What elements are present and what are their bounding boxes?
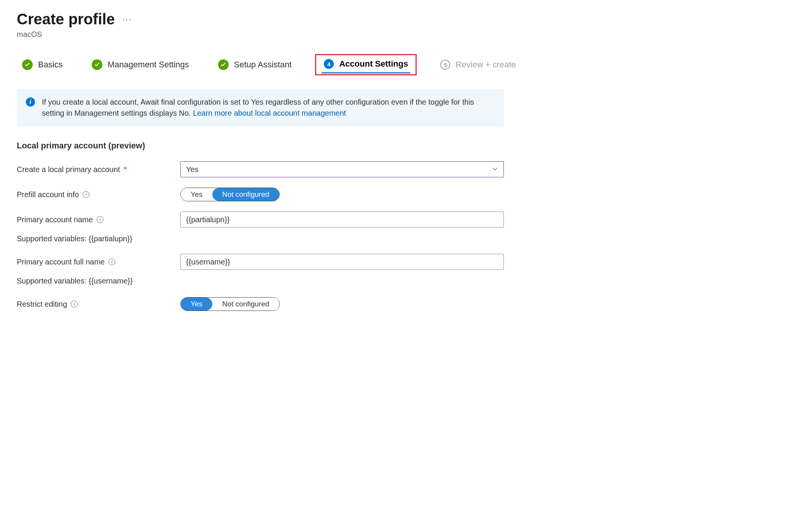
step-label: Review + create bbox=[455, 60, 516, 70]
row-prefill: Prefill account info i Yes Not configure… bbox=[17, 186, 504, 202]
more-actions[interactable]: ··· bbox=[123, 14, 132, 24]
step-label: Basics bbox=[38, 60, 63, 70]
row-account-name: Primary account name i bbox=[17, 212, 504, 228]
step-review-create[interactable]: 5 Review + create bbox=[435, 56, 521, 73]
step-label: Setup Assistant bbox=[234, 60, 292, 70]
step-label: Account Settings bbox=[339, 59, 408, 69]
row-full-name: Primary account full name i bbox=[17, 254, 504, 270]
info-message: If you create a local account, Await fin… bbox=[42, 97, 495, 119]
toggle-prefill-yes[interactable]: Yes bbox=[181, 188, 212, 201]
row-restrict: Restrict editing i Yes Not configured bbox=[17, 296, 504, 312]
label-create-local: Create a local primary account bbox=[17, 165, 120, 174]
required-indicator: * bbox=[124, 165, 127, 174]
info-circle-icon[interactable]: i bbox=[97, 216, 104, 223]
wizard-steps: Basics Management Settings Setup Assista… bbox=[17, 54, 792, 75]
page-header: Create profile ··· macOS bbox=[17, 11, 792, 39]
step-setup-assistant[interactable]: Setup Assistant bbox=[213, 56, 297, 74]
step-number-badge: 4 bbox=[324, 59, 334, 69]
check-icon bbox=[92, 59, 102, 70]
info-circle-icon[interactable]: i bbox=[83, 191, 89, 198]
input-account-name[interactable] bbox=[180, 212, 504, 228]
select-value: Yes bbox=[186, 165, 199, 174]
check-icon bbox=[22, 59, 33, 70]
label-account-name: Primary account name bbox=[17, 215, 93, 224]
step-basics[interactable]: Basics bbox=[17, 56, 68, 74]
label-full-name: Primary account full name bbox=[17, 258, 105, 266]
info-icon: i bbox=[26, 97, 35, 107]
label-restrict: Restrict editing bbox=[17, 300, 67, 309]
label-prefill: Prefill account info bbox=[17, 190, 79, 199]
toggle-restrict-yes[interactable]: Yes bbox=[181, 298, 212, 311]
toggle-prefill-notconfigured[interactable]: Not configured bbox=[212, 188, 279, 201]
section-title: Local primary account (preview) bbox=[17, 141, 504, 151]
step-label: Management Settings bbox=[108, 60, 189, 70]
step-management-settings[interactable]: Management Settings bbox=[86, 56, 194, 74]
info-circle-icon[interactable]: i bbox=[71, 301, 78, 307]
info-banner: i If you create a local account, Await f… bbox=[17, 89, 504, 126]
step-account-settings[interactable]: 4 Account Settings bbox=[315, 54, 417, 75]
hint-full-name: Supported variables: {{username}} bbox=[17, 277, 504, 285]
input-full-name[interactable] bbox=[180, 254, 504, 270]
select-create-local[interactable]: Yes bbox=[180, 161, 504, 177]
toggle-restrict-notconfigured[interactable]: Not configured bbox=[212, 298, 279, 311]
page-title: Create profile bbox=[17, 11, 115, 28]
step-number-badge: 5 bbox=[440, 60, 450, 70]
active-underline bbox=[322, 72, 410, 73]
learn-more-link[interactable]: Learn more about local account managemen… bbox=[193, 109, 346, 117]
toggle-restrict: Yes Not configured bbox=[180, 297, 280, 311]
check-icon bbox=[218, 59, 229, 70]
row-create-local: Create a local primary account * Yes bbox=[17, 161, 504, 177]
hint-account-name: Supported variables: {{partialupn}} bbox=[17, 234, 504, 243]
info-circle-icon[interactable]: i bbox=[108, 258, 115, 265]
chevron-down-icon bbox=[492, 165, 498, 174]
toggle-prefill: Yes Not configured bbox=[180, 188, 280, 201]
page-subtitle: macOS bbox=[17, 30, 792, 39]
